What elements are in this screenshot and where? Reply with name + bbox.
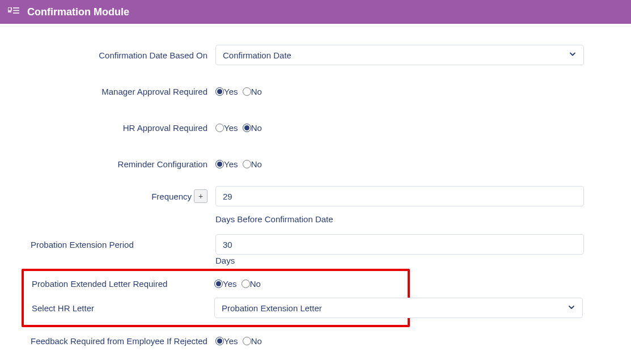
select-hr-letter[interactable]: Probation Extension Letter <box>214 298 583 318</box>
row-hr-approval: HR Approval Required Yes No <box>23 113 608 142</box>
row-probation-extension-period: Probation Extension Period <box>23 234 608 255</box>
radio-label: No <box>251 124 262 132</box>
radio-input[interactable] <box>243 160 251 168</box>
add-frequency-button[interactable]: + <box>194 189 207 203</box>
label-frequency-wrap: Frequency + <box>23 189 215 203</box>
radio-label: No <box>251 160 262 168</box>
hint-frequency: Days Before Confirmation Date <box>215 214 333 224</box>
chevron-down-icon <box>568 303 575 313</box>
label-manager-approval: Manager Approval Required <box>23 86 215 98</box>
radio-probation-ext-letter-no[interactable]: No <box>242 280 261 288</box>
highlight-box: Probation Extended Letter Required Yes N… <box>22 269 410 327</box>
radio-label: Yes <box>224 337 238 345</box>
radio-input[interactable] <box>215 124 224 132</box>
radio-hr-approval-no[interactable]: No <box>243 124 262 132</box>
radio-reminder-yes[interactable]: Yes <box>215 160 238 168</box>
radio-group-hr-approval: Yes No <box>215 123 262 133</box>
label-select-hr-letter: Select HR Letter <box>24 302 214 314</box>
label-probation-extension-period: Probation Extension Period <box>23 239 215 251</box>
radio-input[interactable] <box>243 87 251 96</box>
row-feedback-required: Feedback Required from Employee If Rejec… <box>23 335 608 347</box>
radio-input[interactable] <box>215 337 224 345</box>
radio-input[interactable] <box>215 160 224 168</box>
radio-label: No <box>250 280 261 288</box>
label-probation-extended-letter: Probation Extended Letter Required <box>24 278 214 290</box>
label-feedback-required: Feedback Required from Employee If Rejec… <box>23 335 215 347</box>
svg-rect-0 <box>8 7 11 11</box>
row-probation-extended-letter: Probation Extended Letter Required Yes N… <box>24 278 408 290</box>
radio-input[interactable] <box>243 337 251 345</box>
radio-feedback-no[interactable]: No <box>243 337 262 345</box>
label-frequency: Frequency <box>151 191 192 202</box>
row-reminder-configuration: Reminder Configuration Yes No <box>23 150 608 178</box>
hint-row-probation-extension-period: Days <box>23 256 608 265</box>
input-frequency[interactable] <box>215 186 584 206</box>
form-area: Confirmation Date Based On Confirmation … <box>0 24 631 364</box>
radio-manager-approval-yes[interactable]: Yes <box>215 87 238 96</box>
radio-label: Yes <box>224 87 238 96</box>
radio-input[interactable] <box>214 280 223 288</box>
radio-input[interactable] <box>242 280 250 288</box>
row-manager-approval: Manager Approval Required Yes No <box>23 77 608 105</box>
radio-group-probation-extended-letter: Yes No <box>214 279 261 289</box>
hint-row-frequency: Days Before Confirmation Date <box>23 214 608 224</box>
select-value: Probation Extension Letter <box>222 303 322 313</box>
hint-probation-extension-period: Days <box>215 256 235 265</box>
row-confirmation-date-based-on: Confirmation Date Based On Confirmation … <box>23 41 608 69</box>
radio-hr-approval-yes[interactable]: Yes <box>215 124 238 132</box>
radio-input[interactable] <box>243 124 251 132</box>
radio-label: No <box>251 337 262 345</box>
radio-reminder-no[interactable]: No <box>243 160 262 168</box>
form-list-icon <box>8 7 19 16</box>
radio-group-manager-approval: Yes No <box>215 87 262 96</box>
radio-label: No <box>251 87 262 96</box>
label-confirmation-date-based-on: Confirmation Date Based On <box>23 49 215 61</box>
radio-input[interactable] <box>215 87 224 96</box>
radio-label: Yes <box>223 280 236 288</box>
radio-probation-ext-letter-yes[interactable]: Yes <box>214 280 236 288</box>
radio-group-reminder-configuration: Yes No <box>215 159 262 169</box>
row-select-hr-letter: Select HR Letter Probation Extension Let… <box>24 298 408 318</box>
radio-label: Yes <box>224 124 238 132</box>
page-header: Confirmation Module <box>0 0 631 24</box>
radio-label: Yes <box>224 160 238 168</box>
page-title: Confirmation Module <box>27 6 129 18</box>
radio-feedback-yes[interactable]: Yes <box>215 337 238 345</box>
label-hr-approval: HR Approval Required <box>23 122 215 134</box>
select-confirmation-date-based-on[interactable]: Confirmation Date <box>215 45 584 65</box>
input-probation-extension-period[interactable] <box>215 234 584 255</box>
select-value: Confirmation Date <box>223 50 291 60</box>
radio-group-feedback-required: Yes No <box>215 336 262 346</box>
chevron-down-icon <box>569 50 577 60</box>
row-frequency: Frequency + <box>23 186 608 206</box>
label-reminder-configuration: Reminder Configuration <box>23 158 215 170</box>
radio-manager-approval-no[interactable]: No <box>243 87 262 96</box>
